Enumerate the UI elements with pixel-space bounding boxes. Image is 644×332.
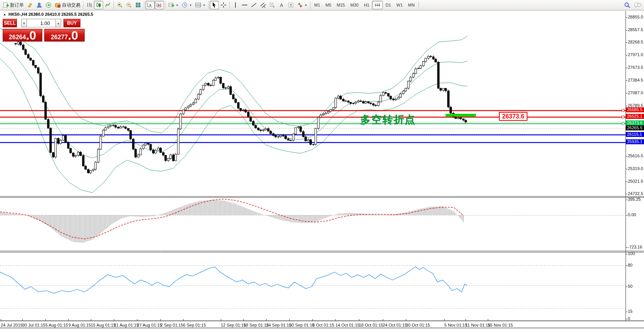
mt4-window: { "toolbar": { "new_order_label": "新订单",… <box>0 0 644 332</box>
timeframe-H1[interactable]: H1 <box>361 1 372 9</box>
crosshair-icon <box>220 2 227 8</box>
timeframe-group: M1M5M15M30H1H4D1W1MN <box>312 1 417 9</box>
zoom-in-icon <box>117 2 123 8</box>
toolbar-separator <box>229 1 230 9</box>
timeframe-W1[interactable]: W1 <box>394 1 405 9</box>
zoom-out-button[interactable] <box>124 1 133 9</box>
trendline-icon <box>251 2 257 8</box>
auto-trading-label: 自动交易 <box>62 2 80 8</box>
timeframe-D1[interactable]: D1 <box>383 1 394 9</box>
timeframe-M5[interactable]: M5 <box>323 1 334 9</box>
buy-price-int: 26277 <box>51 34 68 40</box>
line-chart-icon <box>105 2 111 8</box>
vertical-line-tool-button[interactable] <box>231 1 240 9</box>
candlestick-mode-button[interactable] <box>94 1 103 9</box>
periods-button[interactable]: ▼ <box>180 1 194 9</box>
label-tool-button[interactable]: T <box>286 1 295 9</box>
toolbar-separator <box>310 1 310 9</box>
turning-point-annotation: 多空转折点 <box>360 113 416 127</box>
svg-text:E: E <box>264 6 265 8</box>
indicators-button[interactable]: ▼ <box>167 1 180 9</box>
text-tool-button[interactable]: A <box>277 1 286 9</box>
chart-title-ohlc: 26380.0 26410.0 26265.5 26265.5 <box>28 12 93 17</box>
clock-icon <box>182 2 188 8</box>
svg-text:T: T <box>290 3 292 7</box>
bar-chart-icon <box>86 2 92 8</box>
profiles-icon <box>36 2 42 8</box>
auto-trading-button[interactable]: 自动交易 <box>53 1 82 9</box>
signals-button[interactable] <box>44 1 53 9</box>
auto-trading-icon <box>55 2 61 8</box>
horizontal-line-tool-button[interactable] <box>240 1 249 9</box>
sell-price-frac: .0 <box>26 31 36 40</box>
timeframe-M1[interactable]: M1 <box>312 1 323 9</box>
auto-scroll-icon <box>147 2 153 8</box>
toolbar-separator <box>144 1 144 9</box>
bar-chart-mode-button[interactable] <box>85 1 94 9</box>
templates-button[interactable]: ▼ <box>194 1 207 9</box>
text-icon: A <box>280 2 283 8</box>
main-toolbar: 新订单 自动交易 ▼ ▼ ▼ E F A T ▼ M1M5M15M30H1H4D… <box>0 0 644 10</box>
label-icon: T <box>288 2 294 8</box>
new-order-label: 新订单 <box>10 2 24 8</box>
channel-icon: E <box>260 2 266 8</box>
templates-icon <box>195 2 201 8</box>
toolbar-separator <box>113 1 114 9</box>
cursor-icon <box>211 2 217 8</box>
arrows-tool-button[interactable]: ▼ <box>295 1 309 9</box>
signals-icon <box>45 2 52 8</box>
chat-button[interactable] <box>632 1 643 9</box>
sell-price-int: 26264 <box>9 34 26 40</box>
chart-shift-button[interactable] <box>155 1 164 9</box>
toolbar-separator <box>208 1 209 9</box>
horizontal-line-icon <box>242 2 248 8</box>
dropdown-caret-icon: ▼ <box>203 4 205 7</box>
search-icon <box>624 2 631 8</box>
sell-price-display[interactable]: 26264.0 <box>3 29 42 42</box>
dropdown-caret-icon: ▼ <box>305 4 307 7</box>
one-click-trade-panel: SELL ▼ ▲ BUY 26264.0 26277.0 <box>3 19 85 42</box>
chart-shift-icon <box>156 2 162 8</box>
new-order-button[interactable]: 新订单 <box>1 1 25 9</box>
trendline-tool-button[interactable] <box>249 1 259 9</box>
crosshair-tool-button[interactable] <box>219 1 228 9</box>
sell-button[interactable]: SELL <box>3 19 17 27</box>
highlighter-icon <box>27 2 33 8</box>
green-highlight-segment <box>445 114 476 117</box>
volume-increase-button[interactable]: ▲ <box>55 19 61 27</box>
timeframe-M15[interactable]: M15 <box>334 1 347 9</box>
chat-icon <box>634 2 641 8</box>
timeframe-H4[interactable]: H4 <box>372 1 383 9</box>
toolbar-separator <box>165 1 165 9</box>
collapse-trade-panel-icon[interactable]: ▲ <box>3 13 6 16</box>
chart-canvas[interactable] <box>0 0 644 332</box>
svg-text:F: F <box>273 6 275 8</box>
cursor-tool-button[interactable] <box>210 1 219 9</box>
dropdown-caret-icon: ▼ <box>176 4 179 7</box>
timeframe-M30[interactable]: M30 <box>348 1 361 9</box>
fibonacci-icon: F <box>269 2 275 8</box>
highlighter-button[interactable] <box>25 1 35 9</box>
zoom-out-icon <box>126 2 132 8</box>
line-chart-mode-button[interactable] <box>103 1 112 9</box>
volume-decrease-button[interactable]: ▼ <box>21 19 27 27</box>
indicators-icon <box>168 2 174 8</box>
channel-tool-button[interactable]: E <box>259 1 268 9</box>
tile-windows-icon <box>135 2 141 8</box>
price-flag-annotation: 26373.6 <box>499 112 527 121</box>
auto-scroll-button[interactable] <box>145 1 155 9</box>
search-button[interactable] <box>622 1 632 9</box>
toolbar-separator <box>419 1 419 9</box>
toolbar-separator <box>83 1 83 9</box>
zoom-in-button[interactable] <box>115 1 124 9</box>
volume-input[interactable] <box>27 19 55 27</box>
candlestick-icon <box>95 2 102 8</box>
timeframe-MN[interactable]: MN <box>405 1 417 9</box>
tile-windows-button[interactable] <box>133 1 143 9</box>
profiles-button[interactable] <box>35 1 44 9</box>
vertical-line-icon <box>232 2 239 8</box>
buy-price-display[interactable]: 26277.0 <box>44 29 85 42</box>
fibonacci-tool-button[interactable]: F <box>268 1 277 9</box>
buy-button[interactable]: BUY <box>63 19 80 27</box>
chart-title: ▲ HK50-,H4 26380.0 26410.0 26265.5 26265… <box>3 12 93 17</box>
